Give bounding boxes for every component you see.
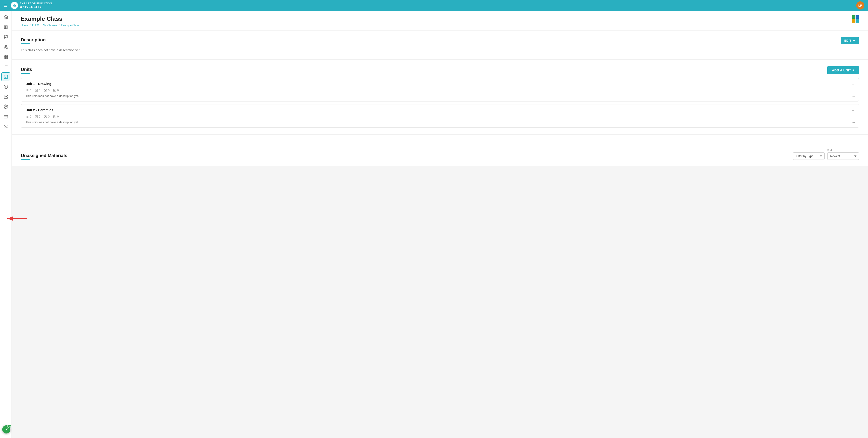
svg-marker-34: [45, 90, 46, 91]
breadcrumb-home[interactable]: Home: [21, 24, 28, 27]
unit-1-description: This unit does not have a description ye…: [26, 94, 854, 98]
sidebar-item-play[interactable]: [1, 82, 10, 91]
sidebar-item-card[interactable]: [1, 112, 10, 121]
breadcrumb: Home / FLEX / My Classes / Example Class: [21, 24, 79, 27]
sidebar-item-tasks[interactable]: [1, 92, 10, 101]
breadcrumb-example-class[interactable]: Example Class: [61, 24, 79, 27]
notification-button[interactable]: ✓ 14: [2, 425, 10, 434]
page-title: Example Class: [21, 15, 79, 22]
description-underline: [21, 43, 30, 44]
page-header: Example Class Home / FLEX / My Classes /…: [12, 11, 868, 31]
unassigned-heading: Unassigned Materials: [21, 153, 67, 158]
unit-2-title: Unit 2 - Ceramics: [26, 108, 53, 112]
unit-1-add-icon[interactable]: +: [851, 82, 854, 87]
unit-2-meta: 0 0 0 0: [26, 115, 854, 118]
unit-1-more-icon[interactable]: ···: [852, 94, 855, 98]
logo-icon: ◑: [11, 2, 18, 9]
unit-2-check-count: 0: [53, 115, 59, 118]
content-area: Example Class Home / FLEX / My Classes /…: [12, 11, 868, 438]
sidebar-item-home[interactable]: [1, 13, 10, 22]
sidebar-item-document[interactable]: [1, 72, 10, 81]
description-section: Description EDIT ✏ This class does not h…: [12, 31, 868, 60]
unit-2-play-count: 0: [44, 115, 50, 118]
breadcrumb-my-classes[interactable]: My Classes: [43, 24, 57, 27]
unit-2-more-icon[interactable]: ···: [852, 120, 855, 125]
sidebar-item-people[interactable]: [1, 42, 10, 52]
hamburger-menu-icon[interactable]: ☰: [4, 3, 7, 8]
unit-1-doc-count: 0: [35, 89, 40, 92]
unit-2-doc-count: 0: [35, 115, 40, 118]
microsoft-teams-icon[interactable]: [852, 15, 859, 23]
logo-text: the art of education UNIVERSITY: [20, 2, 52, 9]
sidebar: [0, 11, 12, 438]
svg-rect-5: [4, 57, 5, 59]
units-list: Unit 1 - Drawing + 0 0: [21, 78, 859, 128]
sort-label: Sort: [827, 149, 859, 151]
unassigned-header: Unassigned Materials Filter by Type Sort…: [21, 149, 859, 160]
description-section-header: Description EDIT ✏: [21, 37, 859, 44]
unit-2-header: Unit 2 - Ceramics +: [26, 108, 854, 113]
svg-point-22: [4, 125, 6, 127]
svg-marker-46: [45, 116, 46, 117]
filter-sort-area: Filter by Type Sort Newest Oldest A-Z Z-…: [793, 149, 859, 160]
svg-rect-6: [6, 57, 7, 59]
unassigned-underline: [21, 159, 30, 160]
units-section: Units ADD A UNIT + Unit 1 - Drawing +: [12, 60, 868, 135]
unit-card-1: Unit 1 - Drawing + 0 0: [21, 78, 859, 101]
sidebar-item-flag[interactable]: [1, 33, 10, 41]
units-underline: [21, 73, 30, 74]
sort-select[interactable]: Newest Oldest A-Z Z-A: [827, 152, 859, 160]
unit-1-header: Unit 1 - Drawing +: [26, 82, 854, 87]
svg-point-19: [5, 106, 6, 107]
unit-1-check-count: 0: [53, 89, 59, 92]
edit-description-button[interactable]: EDIT ✏: [841, 37, 859, 44]
sidebar-item-settings[interactable]: [1, 102, 10, 111]
header-icons: [852, 15, 859, 23]
unit-2-description: This unit does not have a description ye…: [26, 121, 854, 124]
filter-by-type-select[interactable]: Filter by Type: [793, 152, 825, 160]
unit-card-2: Unit 2 - Ceramics + 0 0: [21, 104, 859, 128]
description-body: This class does not have a description y…: [21, 48, 859, 53]
units-section-header: Units ADD A UNIT +: [21, 66, 859, 74]
notification-checkmark-icon: ✓: [5, 427, 8, 432]
add-unit-plus-icon: +: [852, 68, 855, 72]
logo-area: ◑ the art of education UNIVERSITY: [11, 2, 52, 9]
unit-1-meta: 0 0 0 0: [26, 89, 854, 92]
svg-point-2: [6, 45, 7, 46]
svg-marker-18: [5, 86, 6, 88]
sidebar-item-grid[interactable]: [1, 53, 10, 61]
units-heading: Units: [21, 67, 32, 72]
unit-2-list-count: 0: [26, 115, 31, 118]
unit-2-add-icon[interactable]: +: [851, 108, 854, 113]
unit-1-list-count: 0: [26, 89, 31, 92]
avatar[interactable]: LR: [856, 1, 864, 9]
svg-rect-20: [4, 116, 8, 118]
notification-count-badge: 14: [7, 424, 11, 428]
unit-1-title: Unit 1 - Drawing: [26, 82, 51, 86]
sidebar-item-users[interactable]: [1, 122, 10, 131]
edit-pencil-icon: ✏: [853, 39, 856, 42]
sidebar-item-list[interactable]: [1, 62, 10, 71]
unassigned-materials-section: Unassigned Materials Filter by Type Sort…: [12, 135, 868, 166]
description-heading: Description: [21, 37, 46, 42]
section-divider: [21, 145, 859, 145]
breadcrumb-flex[interactable]: FLEX: [32, 24, 39, 27]
sidebar-item-bookmark[interactable]: [1, 23, 10, 32]
add-unit-button[interactable]: ADD A UNIT +: [827, 66, 859, 74]
svg-rect-4: [6, 55, 7, 57]
svg-rect-3: [4, 55, 5, 57]
unit-1-play-count: 0: [44, 89, 50, 92]
top-navigation: ☰ ◑ the art of education UNIVERSITY LR: [0, 0, 868, 11]
